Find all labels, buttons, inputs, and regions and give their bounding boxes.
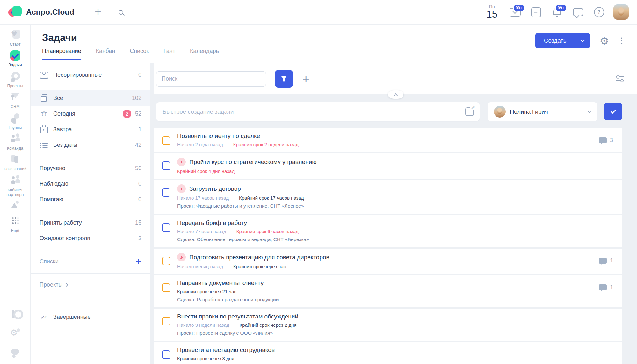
- task-checkbox[interactable]: [162, 350, 170, 359]
- task-title[interactable]: Подготовить презентацию для совета дирек…: [189, 254, 329, 261]
- tab[interactable]: Канбан: [96, 48, 115, 60]
- content-area: Несортированные 0 Все 102: [31, 63, 637, 364]
- help-icon[interactable]: [592, 5, 606, 19]
- settings-gear-icon[interactable]: [599, 35, 609, 47]
- task-title[interactable]: Пройти курс по стратегическому управлени…: [189, 159, 317, 166]
- comments-indicator[interactable]: 1: [599, 257, 613, 264]
- rail-bottom-item[interactable]: [1, 347, 30, 359]
- task-meta: Начало месяц назад Крайний срок через ча…: [177, 264, 591, 269]
- quick-create-input[interactable]: [162, 108, 465, 116]
- chat-icon[interactable]: [571, 5, 585, 19]
- rail-item[interactable]: Команда: [1, 134, 30, 151]
- rail-item-label: Старт: [10, 42, 21, 46]
- task-checkbox[interactable]: [162, 257, 170, 265]
- user-avatar[interactable]: [613, 4, 629, 20]
- partner-icon: [9, 175, 22, 187]
- task-row[interactable]: Направить документы клиенту Крайний срок…: [154, 275, 622, 307]
- task-checkbox[interactable]: [162, 188, 170, 197]
- rail-item[interactable]: Задачи: [1, 50, 30, 67]
- more-menu-icon[interactable]: [619, 35, 625, 46]
- task-body: Позвонить клиенту по сделке Начало 2 год…: [177, 132, 591, 147]
- task-title[interactable]: Позвонить клиенту по сделке: [177, 132, 260, 139]
- task-checkbox[interactable]: [162, 223, 170, 232]
- filter-row[interactable]: Несортированные 0: [31, 67, 150, 83]
- rail-item[interactable]: Проекты: [1, 71, 30, 88]
- comments-indicator[interactable]: 3: [599, 137, 613, 144]
- task-row[interactable]: Передать бриф в работу Начало 7 часов на…: [154, 215, 622, 247]
- add-list-icon[interactable]: [134, 258, 141, 266]
- rail-item[interactable]: Группы: [1, 113, 30, 130]
- task-row[interactable]: Провести аттестацию сотрудников Крайний …: [154, 342, 622, 364]
- task-title[interactable]: Внести правки по результатам обсуждений: [177, 313, 298, 320]
- rail-item-label: CRM: [11, 104, 19, 109]
- mail-icon[interactable]: 99+: [508, 5, 522, 19]
- app-logo[interactable]: Аспро.Cloud: [8, 5, 74, 19]
- calendar-icon: [40, 125, 48, 134]
- global-add-icon[interactable]: [95, 6, 101, 18]
- filter-label: Сегодня: [53, 111, 75, 117]
- task-row[interactable]: Пройти курс по стратегическому управлени…: [154, 153, 622, 179]
- filter-row[interactable]: Завершенные: [31, 309, 150, 325]
- confirm-create-button[interactable]: [604, 103, 622, 120]
- task-row[interactable]: Позвонить клиенту по сделке Начало 2 год…: [154, 128, 622, 152]
- filter-row[interactable]: Без даты 42: [31, 137, 150, 153]
- rail-item[interactable]: CRM: [1, 92, 30, 109]
- rail-item[interactable]: База знаний: [1, 154, 30, 171]
- comments-indicator[interactable]: 1: [599, 284, 613, 291]
- filter-row[interactable]: Проекты: [31, 277, 150, 293]
- groups-icon: [9, 113, 22, 125]
- tab[interactable]: Гант: [163, 48, 175, 60]
- task-body: Внести правки по результатам обсуждений …: [177, 313, 613, 336]
- rail-item[interactable]: [1, 201, 30, 212]
- chevron-down-icon[interactable]: [575, 33, 590, 48]
- add-view-icon[interactable]: [302, 73, 309, 85]
- tab[interactable]: Список: [130, 48, 149, 60]
- bell-icon[interactable]: 99+: [550, 5, 564, 19]
- filter-row[interactable]: Завтра 1: [31, 122, 150, 137]
- task-title[interactable]: Провести аттестацию сотрудников: [177, 346, 275, 353]
- topbar-icons: 99+ 99+: [508, 5, 606, 19]
- notes-icon[interactable]: [529, 5, 543, 19]
- filter-row[interactable]: Списки: [31, 254, 150, 269]
- search-icon[interactable]: [119, 10, 123, 15]
- filter-row[interactable]: Помогаю 0: [31, 192, 150, 207]
- assignee-select[interactable]: Полина Гирич: [488, 102, 597, 121]
- task-checkbox[interactable]: [162, 283, 170, 292]
- filter-row[interactable]: Все 102: [31, 90, 150, 106]
- filter-count: 0: [138, 181, 141, 187]
- task-checkbox[interactable]: [162, 136, 170, 145]
- task-checkbox[interactable]: [162, 161, 170, 170]
- task-title[interactable]: Загрузить договор: [189, 185, 241, 192]
- task-title[interactable]: Направить документы клиенту: [177, 280, 264, 287]
- tab[interactable]: Календарь: [190, 48, 219, 60]
- rail-bottom-item[interactable]: [1, 309, 30, 321]
- filter-row[interactable]: Наблюдаю 0: [31, 176, 150, 192]
- task-body: Подготовить презентацию для совета дирек…: [177, 253, 591, 269]
- filter-row[interactable]: Принять работу 15: [31, 215, 150, 231]
- crm-icon: [9, 92, 22, 103]
- filter-row[interactable]: Поручено 56: [31, 161, 150, 176]
- filter-row[interactable]: Ожидают контроля 2: [31, 231, 150, 246]
- rail-item[interactable]: Старт: [1, 30, 30, 46]
- filter-row[interactable]: Сегодня 2 52: [31, 106, 150, 122]
- tab[interactable]: Планирование: [42, 48, 81, 60]
- create-button[interactable]: Создать: [535, 33, 590, 48]
- task-checkbox[interactable]: [162, 317, 170, 325]
- start-icon: [9, 30, 22, 41]
- filter-button[interactable]: [275, 70, 293, 88]
- view-settings-icon[interactable]: [616, 75, 624, 83]
- chevron-right-icon: [63, 281, 69, 289]
- open-full-form-icon[interactable]: [465, 107, 474, 116]
- task-row[interactable]: Загрузить договор Начало 17 часов назад …: [154, 180, 622, 214]
- rail-item[interactable]: Кабинет партнера: [1, 175, 30, 197]
- task-title[interactable]: Передать бриф в работу: [177, 219, 247, 226]
- filter-count: 0: [138, 72, 141, 78]
- calendar-date-widget[interactable]: Пн 15: [487, 4, 497, 19]
- rail-item[interactable]: Ещё: [1, 216, 30, 233]
- task-row[interactable]: Внести правки по результатам обсуждений …: [154, 309, 622, 341]
- collapse-panel-button[interactable]: [388, 90, 403, 99]
- rail-bottom-item[interactable]: [1, 328, 30, 340]
- task-row[interactable]: Подготовить презентацию для совета дирек…: [154, 249, 622, 274]
- count-badge: 99+: [555, 4, 567, 11]
- search-input[interactable]: [156, 71, 266, 87]
